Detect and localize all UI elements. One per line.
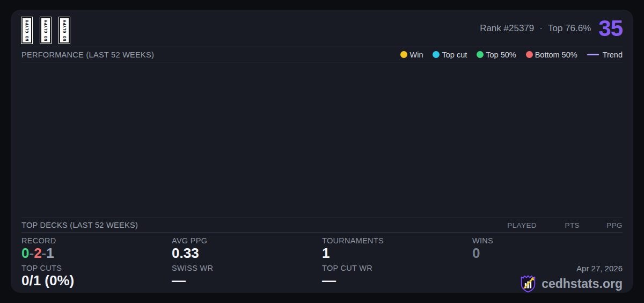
color-identity-icons: NO GLYPH NO GLYPH NO GLYPH <box>21 17 70 44</box>
card-date: Apr 27, 2026 <box>576 264 623 273</box>
site-name[interactable]: cedhstats.org <box>541 277 623 291</box>
stats-card: NO GLYPH NO GLYPH NO GLYPH Rank #25379 ·… <box>11 10 633 293</box>
win-dot-icon <box>400 51 407 58</box>
legend-item-win: Win <box>400 50 423 59</box>
top-decks-header-row: TOP DECKS (LAST 52 WEEKS) PLAYED PTS PPG <box>21 218 623 233</box>
rank-top-percent: Top 76.6% <box>548 23 591 34</box>
legend-item-top50: Top 50% <box>477 50 516 59</box>
stat-label: AVG PPG <box>172 236 322 245</box>
avg-ppg-value: 0.33 <box>172 246 322 261</box>
stat-label: TOP CUT WR <box>322 264 472 272</box>
glyph-placeholder-label: NO GLYPH <box>62 19 67 41</box>
record-separator: - <box>42 245 47 261</box>
top50-dot-icon <box>477 51 484 58</box>
glyph-placeholder-label: NO GLYPH <box>25 19 30 41</box>
legend-label: Trend <box>603 50 623 59</box>
performance-title: PERFORMANCE (LAST 52 WEEKS) <box>21 50 154 59</box>
stat-record: RECORD 0-2-1 <box>21 236 172 264</box>
chart-legend: Win Top cut Top 50% Bottom 50% Trend <box>400 50 623 59</box>
mana-glyph-icon: NO GLYPH <box>21 17 32 44</box>
swiss-wr-value: — <box>172 273 322 288</box>
top-decks-columns: PLAYED PTS PPG <box>494 221 623 229</box>
performance-chart <box>21 62 623 218</box>
legend-label: Top 50% <box>486 50 516 59</box>
bottom50-dot-icon <box>526 51 533 58</box>
top-cut-dot-icon <box>433 51 440 58</box>
record-separator: - <box>29 245 34 261</box>
stat-label: RECORD <box>21 236 172 245</box>
rank-number: Rank #25379 <box>480 23 534 34</box>
legend-item-trend: Trend <box>587 50 623 59</box>
score-value: 35 <box>598 17 623 40</box>
record-wins: 0 <box>21 245 29 261</box>
legend-label: Top cut <box>442 50 467 59</box>
trend-line-icon <box>587 54 599 55</box>
stat-top-cuts: TOP CUTS 0/1 (0%) <box>21 264 172 293</box>
tournaments-value: 1 <box>322 246 472 261</box>
record-value: 0-2-1 <box>21 246 172 261</box>
stats-grid: RECORD 0-2-1 AVG PPG 0.33 TOURNAMENTS 1 … <box>21 233 623 293</box>
stat-tournaments: TOURNAMENTS 1 <box>322 236 472 264</box>
stat-swiss-wr: SWISS WR — <box>172 264 322 293</box>
stat-label: TOURNAMENTS <box>322 236 472 245</box>
stat-label: WINS <box>472 236 623 245</box>
stat-label: SWISS WR <box>172 264 322 272</box>
mana-glyph-icon: NO GLYPH <box>59 17 70 44</box>
stat-label: TOP CUTS <box>21 264 172 272</box>
performance-header-row: PERFORMANCE (LAST 52 WEEKS) Win Top cut … <box>21 47 623 62</box>
legend-item-bottom50: Bottom 50% <box>526 50 577 59</box>
stat-avg-ppg: AVG PPG 0.33 <box>172 236 322 264</box>
cedhstats-logo-icon <box>519 275 537 293</box>
record-draws: 1 <box>46 245 54 261</box>
footer: Apr 27, 2026 cedhstats.org <box>472 264 623 293</box>
mana-glyph-icon: NO GLYPH <box>40 17 51 44</box>
column-header-pts: PTS <box>537 221 580 229</box>
top-cut-wr-value: — <box>322 273 472 288</box>
site-branding[interactable]: cedhstats.org <box>519 275 623 293</box>
legend-label: Bottom 50% <box>535 50 577 59</box>
rank-separator: · <box>539 23 543 34</box>
legend-label: Win <box>409 50 423 59</box>
column-header-played: PLAYED <box>494 221 537 229</box>
wins-value: 0 <box>472 246 623 261</box>
top-cuts-value: 0/1 (0%) <box>21 273 172 288</box>
rank-summary: Rank #25379 · Top 76.6% <box>480 23 591 34</box>
glyph-placeholder-label: NO GLYPH <box>43 19 48 41</box>
card-header: NO GLYPH NO GLYPH NO GLYPH Rank #25379 ·… <box>21 10 623 47</box>
legend-item-top-cut: Top cut <box>433 50 467 59</box>
stat-wins: WINS 0 <box>472 236 623 264</box>
stat-top-cut-wr: TOP CUT WR — <box>322 264 472 293</box>
top-decks-title: TOP DECKS (LAST 52 WEEKS) <box>21 221 138 229</box>
column-header-ppg: PPG <box>580 221 623 229</box>
record-losses: 2 <box>34 245 41 261</box>
rank-area: Rank #25379 · Top 76.6% 35 <box>480 17 623 40</box>
